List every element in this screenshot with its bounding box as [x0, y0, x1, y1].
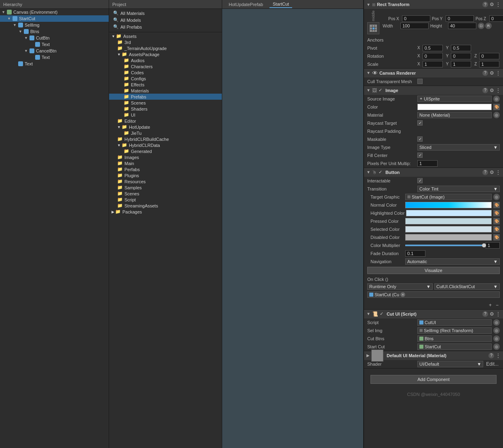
tree-item-cutbtn-text[interactable]: ▶ Text — [0, 41, 109, 48]
selected-color-swatch[interactable] — [405, 226, 492, 232]
dots-icon-cut-ui[interactable]: ⋮ — [496, 311, 501, 317]
help-icon-image[interactable]: ? — [482, 88, 488, 93]
script-field[interactable]: CutUI — [417, 319, 492, 326]
runtime-only-dropdown[interactable]: Runtime Only ▼ — [367, 283, 433, 290]
selected-color-picker-btn[interactable]: 🎨 — [493, 226, 500, 232]
tree-item-cancelbtn[interactable]: ▼ CancelBtn — [0, 48, 109, 54]
rot-y-field[interactable] — [451, 53, 471, 59]
cut-btns-select-btn[interactable]: ◎ — [493, 335, 500, 342]
proj-generated[interactable]: 📁 Generated — [109, 148, 222, 154]
cull-transparent-checkbox[interactable] — [417, 79, 423, 84]
rot-z-field[interactable] — [479, 53, 499, 59]
color-multiplier-slider-track[interactable] — [405, 245, 484, 246]
fill-center-checkbox[interactable]: ✓ — [417, 153, 423, 158]
material-select-btn-image[interactable]: ◎ — [493, 112, 500, 118]
help-icon-cut-ui[interactable]: ? — [482, 311, 488, 317]
remove-onclick-btn[interactable]: − — [495, 302, 500, 308]
disabled-color-swatch[interactable] — [405, 234, 492, 241]
proj-scenes2[interactable]: 📁 Scenes — [109, 191, 222, 197]
proj-terrain[interactable]: 📁 _TerrainAutoUpgrade — [109, 45, 222, 51]
proj-samples[interactable]: 📁 Samples — [109, 184, 222, 191]
proj-scenes[interactable]: 📁 Scenes — [109, 100, 222, 106]
image-header[interactable]: ▼ 🖼 ✓ Image ? ⚙ ⋮ — [364, 86, 503, 95]
gear-icon-image[interactable]: ⚙ — [490, 88, 494, 93]
proj-configs[interactable]: 📁 Configs — [109, 75, 222, 82]
proj-hotupdate[interactable]: ▼ 📁 HotUpdate — [109, 124, 222, 130]
start-cut-field[interactable]: StartCut — [417, 343, 492, 350]
proj-hybridclrdata[interactable]: ▼ 📁 HybridCLRData — [109, 142, 222, 148]
slider-thumb[interactable] — [482, 243, 486, 247]
disabled-color-picker-btn[interactable]: 🎨 — [493, 234, 500, 241]
start-cut-select-btn[interactable]: ◎ — [493, 343, 500, 350]
add-onclick-btn[interactable]: + — [488, 302, 493, 308]
pivot-y-field[interactable] — [451, 45, 471, 51]
proj-assetspkg[interactable]: ▼ 📁 AssetsPackage — [109, 51, 222, 57]
proj-audios[interactable]: 📁 Audios — [109, 57, 222, 63]
cut-btns-field[interactable]: Btns — [417, 335, 492, 342]
gear-icon-rect[interactable]: ⚙ — [490, 2, 494, 7]
pressed-color-swatch[interactable] — [405, 218, 492, 224]
constrain-btn[interactable]: ⊡ — [478, 23, 484, 29]
color-multiplier-field[interactable] — [486, 242, 500, 249]
dots-icon-canvas-renderer[interactable]: ⋮ — [496, 70, 501, 76]
anchor-widget[interactable] — [367, 22, 379, 34]
dots-icon-rect[interactable]: ⋮ — [496, 2, 501, 7]
proj-item-all-prefabs[interactable]: 🔍 All Prefabs — [111, 24, 220, 30]
reset-btn[interactable]: R — [485, 23, 492, 29]
pivot-x-field[interactable] — [423, 45, 443, 51]
proj-assets[interactable]: ▼ 📁 Assets — [109, 33, 222, 39]
gear-icon-canvas-renderer[interactable]: ⚙ — [490, 70, 494, 76]
interactable-checkbox[interactable]: ✓ — [417, 178, 423, 183]
tree-item-startcut[interactable]: ▼ StartCut — [0, 15, 109, 22]
pixels-per-unit-field[interactable] — [417, 160, 438, 167]
function-dropdown[interactable]: CutUI.ClickStartCut ▼ — [434, 283, 500, 290]
pos-x-field[interactable] — [402, 15, 430, 22]
proj-perfabs[interactable]: 📁 Perfabs — [109, 166, 222, 172]
tree-item-btns[interactable]: ▼ Btns — [0, 28, 109, 35]
image-color-swatch[interactable] — [417, 104, 492, 110]
help-icon-canvas-renderer[interactable]: ? — [482, 70, 488, 76]
material-field-image[interactable]: None (Material) — [417, 112, 492, 118]
proj-item-all-materials[interactable]: 🔍 All Materials — [111, 10, 220, 16]
scale-z-field[interactable] — [479, 61, 499, 67]
help-icon-rect[interactable]: ? — [482, 2, 488, 7]
target-graphic-select-btn[interactable]: ◎ — [493, 194, 500, 200]
source-image-field[interactable]: ✦ UISprite — [417, 96, 492, 102]
help-icon-button[interactable]: ? — [482, 170, 488, 175]
scene-tab-startcut[interactable]: StartCut — [269, 1, 292, 8]
target-graphic-field[interactable]: ⊞ StartCut (Image) — [405, 194, 492, 200]
tree-item-cancelbtn-text[interactable]: ▶ Text — [0, 54, 109, 61]
normal-color-picker-btn[interactable]: 🎨 — [493, 202, 500, 208]
scale-x-field[interactable] — [423, 61, 443, 67]
tree-item-cutbtn[interactable]: ▼ CutBtn — [0, 35, 109, 41]
pos-z-field[interactable] — [489, 15, 503, 22]
script-select-btn[interactable]: ◎ — [493, 319, 500, 326]
proj-codes[interactable]: 📁 Codes — [109, 69, 222, 75]
canvas-renderer-header[interactable]: ▼ 👁 Canvas Renderer ? ⚙ ⋮ — [364, 69, 503, 77]
cut-ui-header[interactable]: ▼ 📜 ✓ Cut UI (Script) ? ⚙ ⋮ — [364, 310, 503, 318]
shader-dropdown[interactable]: UI/Default ▼ — [417, 361, 483, 367]
proj-streaming[interactable]: 📁 StreamingAssets — [109, 203, 222, 209]
proj-plugins[interactable]: 📁 Plugins — [109, 172, 222, 178]
add-component-button[interactable]: Add Component — [370, 375, 497, 384]
width-field[interactable] — [400, 23, 429, 29]
dots-icon-image[interactable]: ⋮ — [496, 88, 501, 93]
onclick-clear-icon[interactable]: × — [400, 292, 405, 297]
gear-icon-button[interactable]: ⚙ — [490, 170, 494, 175]
proj-editor[interactable]: 📁 Editor — [109, 118, 222, 124]
dots-icon-material[interactable]: ⋮ — [496, 353, 501, 358]
image-type-dropdown[interactable]: Sliced ▼ — [417, 144, 500, 151]
highlighted-color-picker-btn[interactable]: 🎨 — [493, 210, 500, 216]
onclick-object-ref[interactable]: StartCut (Cu × — [367, 291, 500, 298]
proj-jietu[interactable]: 📁 JieTu — [109, 130, 222, 136]
tree-item-canvas[interactable]: ▼ Canvas (Environment) — [0, 9, 109, 15]
transition-dropdown[interactable]: Color Tint ▼ — [417, 186, 500, 192]
button-header[interactable]: ▼ 🖱 ✓ Button ? ⚙ ⋮ — [364, 168, 503, 177]
proj-hybridclr[interactable]: 📁 HybridCLRBuildCache — [109, 136, 222, 142]
scene-tab-hotupdateprefab[interactable]: HotUpdatePrefab — [225, 1, 266, 8]
pressed-color-picker-btn[interactable]: 🎨 — [493, 218, 500, 224]
sel-img-select-btn[interactable]: ◎ — [493, 327, 500, 334]
rect-transform-header[interactable]: ▼ ⊞ Rect Transform ? ⚙ ⋮ — [364, 0, 503, 9]
highlighted-color-swatch[interactable] — [406, 210, 492, 216]
image-color-picker-btn[interactable]: 🎨 — [493, 104, 500, 110]
